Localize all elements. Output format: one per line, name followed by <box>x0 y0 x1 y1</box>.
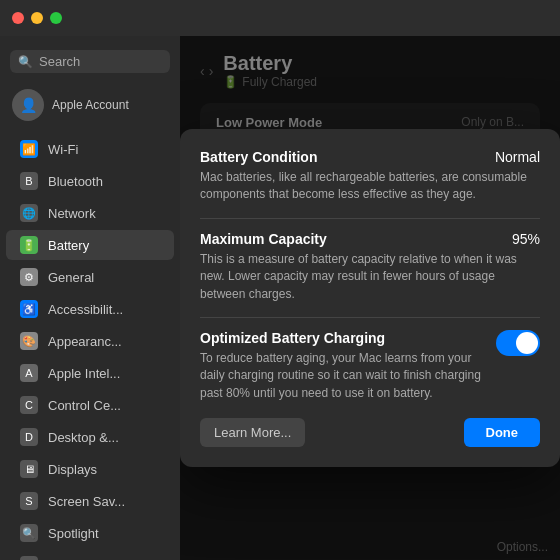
displays-icon: 🖥 <box>20 460 38 478</box>
sidebar-label-wifi: Wi-Fi <box>48 142 78 157</box>
network-icon: 🌐 <box>20 204 38 222</box>
spotlight-icon: 🔍 <box>20 524 38 542</box>
wifi-icon: 📶 <box>20 140 38 158</box>
search-label: Search <box>39 54 80 69</box>
sidebar-label-desktop: Desktop &... <box>48 430 119 445</box>
battery-icon: 🔋 <box>20 236 38 254</box>
toggle-knob <box>516 332 538 354</box>
content-area: ‹ › Battery 🔋 Fully Charged Low Power Mo… <box>180 36 560 560</box>
sidebar-item-control[interactable]: C Control Ce... <box>6 390 174 420</box>
account-section[interactable]: 👤 Apple Account <box>0 83 180 127</box>
sidebar-item-spotlight[interactable]: 🔍 Spotlight <box>6 518 174 548</box>
appearance-icon: 🎨 <box>20 332 38 350</box>
sidebar-label-apple-intel: Apple Intel... <box>48 366 120 381</box>
sidebar-label-accessibility: Accessibilit... <box>48 302 123 317</box>
sidebar-item-wifi[interactable]: 📶 Wi-Fi <box>6 134 174 164</box>
optimized-charging-label-block: Optimized Battery Charging To reduce bat… <box>200 330 496 402</box>
control-icon: C <box>20 396 38 414</box>
minimize-button[interactable] <box>31 12 43 24</box>
modal-condition-desc: Mac batteries, like all rechargeable bat… <box>200 169 540 204</box>
sidebar-item-displays[interactable]: 🖥 Displays <box>6 454 174 484</box>
traffic-lights <box>12 12 62 24</box>
modal-battery-condition: Battery Condition Normal Mac batteries, … <box>200 149 540 204</box>
battery-health-modal: Battery Condition Normal Mac batteries, … <box>180 129 560 467</box>
modal-footer: Learn More... Done <box>200 418 540 447</box>
modal-divider-2 <box>200 317 540 318</box>
sidebar-label-screensave: Screen Sav... <box>48 494 125 509</box>
screensave-icon: S <box>20 492 38 510</box>
sidebar-label-control: Control Ce... <box>48 398 121 413</box>
sidebar-item-network[interactable]: 🌐 Network <box>6 198 174 228</box>
maximize-button[interactable] <box>50 12 62 24</box>
sidebar-label-general: General <box>48 270 94 285</box>
sidebar-item-battery[interactable]: 🔋 Battery <box>6 230 174 260</box>
wallpaper-icon: W <box>20 556 38 560</box>
search-bar[interactable]: 🔍 Search <box>10 50 170 73</box>
sidebar-label-network: Network <box>48 206 96 221</box>
avatar: 👤 <box>12 89 44 121</box>
sidebar-item-appearance[interactable]: 🎨 Appearanc... <box>6 326 174 356</box>
sidebar-label-displays: Displays <box>48 462 97 477</box>
main-layout: 🔍 Search 👤 Apple Account 📶 Wi-Fi B Bluet… <box>0 36 560 560</box>
optimized-charging-title: Optimized Battery Charging <box>200 330 484 346</box>
accessibility-icon: ♿ <box>20 300 38 318</box>
sidebar-label-battery: Battery <box>48 238 89 253</box>
optimized-charging-desc: To reduce battery aging, your Mac learns… <box>200 350 484 402</box>
sidebar-item-general[interactable]: ⚙ General <box>6 262 174 292</box>
title-bar <box>0 0 560 36</box>
modal-condition-title: Battery Condition <box>200 149 317 165</box>
modal-overlay: Battery Condition Normal Mac batteries, … <box>180 36 560 560</box>
sidebar-item-wallpaper[interactable]: W Wallpaper <box>6 550 174 560</box>
modal-capacity-desc: This is a measure of battery capacity re… <box>200 251 540 303</box>
sidebar-label-appearance: Appearanc... <box>48 334 122 349</box>
optimized-charging-row: Optimized Battery Charging To reduce bat… <box>200 330 540 402</box>
sidebar-item-apple-intel[interactable]: A Apple Intel... <box>6 358 174 388</box>
modal-max-capacity: Maximum Capacity 95% This is a measure o… <box>200 231 540 303</box>
modal-capacity-title: Maximum Capacity <box>200 231 327 247</box>
search-icon: 🔍 <box>18 55 33 69</box>
modal-divider-1 <box>200 218 540 219</box>
apple-intel-icon: A <box>20 364 38 382</box>
sidebar-item-accessibility[interactable]: ♿ Accessibilit... <box>6 294 174 324</box>
learn-more-button[interactable]: Learn More... <box>200 418 305 447</box>
desktop-icon: D <box>20 428 38 446</box>
sidebar-label-spotlight: Spotlight <box>48 526 99 541</box>
sidebar-item-bluetooth[interactable]: B Bluetooth <box>6 166 174 196</box>
sidebar-item-screensave[interactable]: S Screen Sav... <box>6 486 174 516</box>
done-button[interactable]: Done <box>464 418 541 447</box>
sidebar-item-desktop[interactable]: D Desktop &... <box>6 422 174 452</box>
optimized-charging-toggle[interactable] <box>496 330 540 356</box>
sidebar-label-bluetooth: Bluetooth <box>48 174 103 189</box>
general-icon: ⚙ <box>20 268 38 286</box>
account-label: Apple Account <box>52 98 129 112</box>
modal-capacity-value: 95% <box>512 231 540 247</box>
sidebar: 🔍 Search 👤 Apple Account 📶 Wi-Fi B Bluet… <box>0 36 180 560</box>
bluetooth-icon: B <box>20 172 38 190</box>
close-button[interactable] <box>12 12 24 24</box>
modal-condition-value: Normal <box>495 149 540 165</box>
